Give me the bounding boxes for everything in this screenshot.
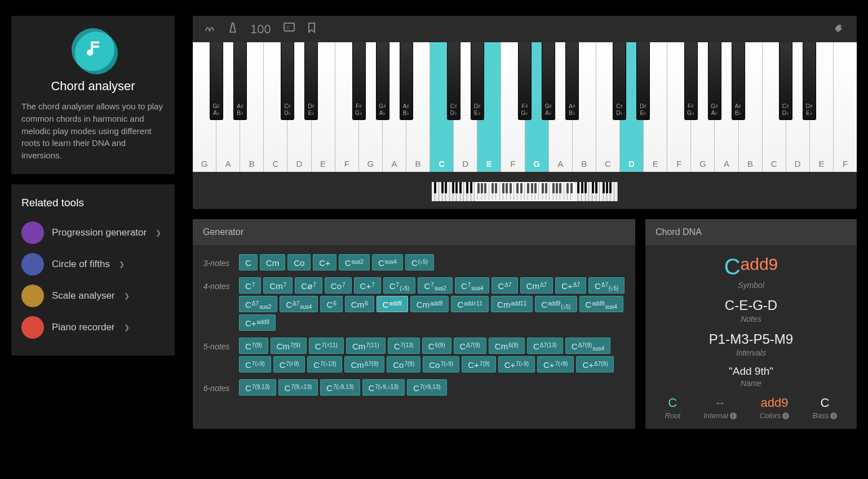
midi-plug-icon[interactable] xyxy=(833,21,845,37)
chord-chip[interactable]: C+7(♭9) xyxy=(498,356,535,372)
related-tool-link[interactable]: Piano recorder❯ xyxy=(21,312,165,343)
chord-chip[interactable]: C7sus4 xyxy=(455,277,490,294)
chord-chip[interactable]: Co xyxy=(287,254,311,270)
chord-chip[interactable]: C6 xyxy=(320,296,342,312)
chord-chip[interactable]: C7(♭9) xyxy=(239,356,271,372)
info-icon[interactable]: i xyxy=(730,413,737,419)
black-key[interactable]: F♯G♭ xyxy=(352,42,366,120)
black-key[interactable]: A♯B♭ xyxy=(233,42,247,120)
mini-keyboard-navigator[interactable] xyxy=(432,182,618,201)
chord-chip[interactable]: CΔ7 xyxy=(491,277,517,294)
chord-chip[interactable]: Cadd9sus4 xyxy=(579,296,623,312)
related-tool-link[interactable]: Scale analyser❯ xyxy=(21,280,165,312)
white-key[interactable]: F xyxy=(834,42,857,172)
chevron-right-icon: ❯ xyxy=(124,292,130,300)
chord-chip[interactable]: Csus4 xyxy=(372,254,403,270)
chord-chip[interactable]: CΔ7(9) xyxy=(454,338,486,354)
chord-chip[interactable]: C(♭5) xyxy=(405,254,434,270)
chord-chip[interactable]: Cm7 xyxy=(263,277,293,294)
chord-chip[interactable]: Cm6 xyxy=(345,296,374,312)
chord-chip[interactable]: Cadd♯11 xyxy=(451,296,489,312)
chord-chip[interactable]: C7(♭9,♭13) xyxy=(362,379,405,396)
black-key[interactable]: G♯A♭ xyxy=(542,42,555,120)
black-key[interactable]: G♯A♭ xyxy=(708,42,721,120)
chord-chip[interactable]: Co7 xyxy=(325,277,352,294)
chord-chip[interactable]: Cø7 xyxy=(295,277,322,294)
chord-chip[interactable]: Cm6(9) xyxy=(489,338,525,354)
chord-chip[interactable]: CmΔ7 xyxy=(520,277,553,294)
chord-chip[interactable]: C7(♭9,13) xyxy=(320,379,360,396)
chord-chip[interactable]: C7(9,13) xyxy=(239,379,276,396)
chord-chip[interactable]: Co7(9) xyxy=(387,356,420,372)
black-key[interactable]: D♯E♭ xyxy=(803,42,816,120)
chord-chip[interactable]: Cm xyxy=(260,254,285,270)
info-icon[interactable]: i xyxy=(830,413,837,419)
metronome-icon[interactable] xyxy=(228,21,238,37)
recorder-icon xyxy=(21,316,44,339)
black-key[interactable]: C♯D♭ xyxy=(613,42,626,120)
piano-keyboard[interactable]: GABCDEFGABCDEFGABCDEFGABCDEF G♯A♭A♯B♭C♯D… xyxy=(193,42,857,172)
chord-chip[interactable]: C+ xyxy=(313,254,336,270)
dna-root-col: C Root xyxy=(665,396,680,420)
black-key[interactable]: C♯D♭ xyxy=(447,42,460,120)
chord-chip[interactable]: C7(♯9,13) xyxy=(407,379,447,396)
black-key[interactable]: D♯E♭ xyxy=(304,42,318,120)
chord-chip[interactable]: Co7(♭9) xyxy=(423,356,459,372)
chord-chip[interactable]: C6(9) xyxy=(422,338,451,354)
black-key[interactable]: C♯D♭ xyxy=(281,42,294,120)
chord-chip[interactable]: Cadd9(♭5) xyxy=(535,296,577,312)
chord-chip[interactable]: CΔ7sus2 xyxy=(239,296,277,312)
related-tool-link[interactable]: Progression generator❯ xyxy=(21,217,165,249)
chord-chip[interactable]: CΔ7(9)sus4 xyxy=(565,338,610,354)
bookmark-icon[interactable] xyxy=(307,22,316,36)
black-key[interactable]: C♯D♭ xyxy=(779,42,792,120)
chord-chip[interactable]: Cm7(9) xyxy=(271,338,307,354)
chord-chip[interactable]: Cm7(11) xyxy=(346,338,386,354)
chord-chip[interactable]: Cadd9 xyxy=(377,296,408,312)
tempo-value[interactable]: 100 xyxy=(250,22,271,37)
chord-chip[interactable]: CΔ7(♭5) xyxy=(588,277,625,294)
black-key[interactable]: G♯A♭ xyxy=(376,42,389,120)
chord-chip[interactable]: CΔ7(13) xyxy=(527,338,563,354)
chord-chip[interactable]: C+7 xyxy=(354,277,381,294)
black-key[interactable]: F♯G♭ xyxy=(684,42,698,120)
chord-chip[interactable]: CΔ7sus4 xyxy=(280,296,318,312)
mini-viewport[interactable] xyxy=(475,182,575,201)
chord-chip[interactable]: C7sus2 xyxy=(418,277,453,294)
black-key[interactable]: A♯B♭ xyxy=(400,42,413,120)
black-key[interactable]: F♯G♭ xyxy=(518,42,532,120)
black-key[interactable]: D♯E♭ xyxy=(636,42,650,120)
chord-chip[interactable]: C+Δ7(9) xyxy=(576,356,614,372)
black-key[interactable]: A♯B♭ xyxy=(732,42,745,120)
chord-chip[interactable]: C7(♯9) xyxy=(273,356,305,372)
chord-chip[interactable]: C+7(9) xyxy=(462,356,495,372)
hero-card: Chord analyser The chord analyser allows… xyxy=(11,16,175,174)
related-tools-card: Related tools Progression generator❯ Cir… xyxy=(11,184,175,356)
chord-chip[interactable]: C7(♯11) xyxy=(309,338,344,354)
black-key[interactable]: D♯E♭ xyxy=(471,42,484,120)
chord-chip[interactable]: C7(♭5) xyxy=(383,277,416,294)
generator-title: Generator xyxy=(193,219,635,245)
black-key[interactable]: A♯B♭ xyxy=(565,42,579,120)
arpeggio-mode-icon[interactable] xyxy=(204,22,215,36)
chord-chip[interactable]: C7(9) xyxy=(239,338,268,354)
chord-chip[interactable]: C7 xyxy=(239,277,261,294)
chord-chip[interactable]: C+add9 xyxy=(239,314,276,331)
chord-chip[interactable]: Cmadd9 xyxy=(410,296,449,312)
chord-chip[interactable]: Cmadd11 xyxy=(491,296,533,312)
black-key[interactable]: G♯A♭ xyxy=(210,42,223,120)
chord-chip[interactable]: C+7(♯9) xyxy=(537,356,574,372)
chord-chip[interactable]: C7(9,♭13) xyxy=(278,379,318,396)
chord-chip[interactable]: C7(13) xyxy=(388,338,420,354)
chord-chip[interactable]: C+Δ7 xyxy=(555,277,586,294)
related-tool-link[interactable]: Circle of fifths❯ xyxy=(21,249,165,280)
info-icon[interactable]: i xyxy=(782,413,789,419)
chord-chip[interactable]: Csus2 xyxy=(339,254,370,270)
generator-row-label: 3-notes xyxy=(196,253,237,268)
chord-analyser-icon xyxy=(72,28,114,71)
chord-chip[interactable]: C7(♭13) xyxy=(307,356,342,372)
chord-chip[interactable]: C xyxy=(239,254,258,270)
circle-icon xyxy=(21,253,44,276)
chord-chip[interactable]: CmΔ7(9) xyxy=(344,356,384,372)
chord-display-icon[interactable]: C xyxy=(284,23,295,36)
